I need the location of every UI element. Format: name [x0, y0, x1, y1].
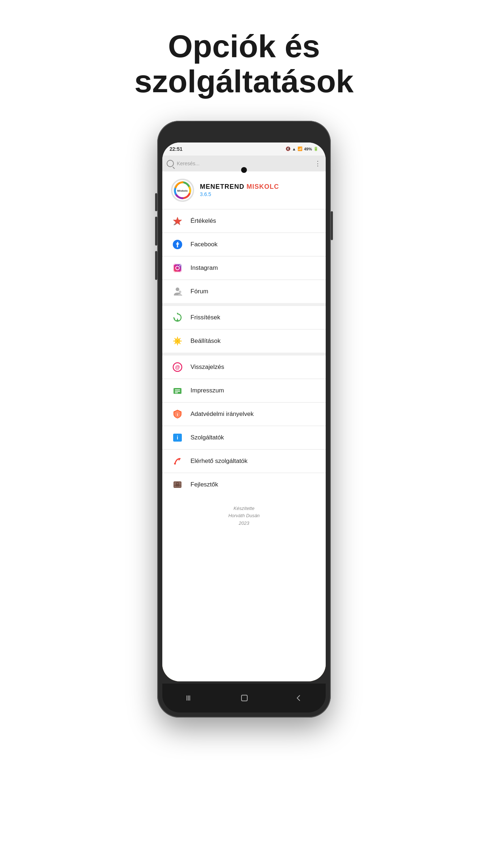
developers-icon — [171, 478, 184, 491]
menu-label-szolgaltatok: Szolgáltatók — [191, 434, 224, 441]
facebook-icon — [171, 238, 184, 251]
svg-text:i: i — [177, 435, 178, 441]
menu-item-facebook[interactable]: Facebook — [162, 233, 326, 256]
menu-item-adatvedelmi[interactable]: i Adatvédelmi irányelvek — [162, 403, 326, 426]
svg-line-24 — [180, 343, 180, 344]
phone-frame: 22:51 🔇 ▲ 📶 49% 🔋 Keresés... ⋮ — [157, 121, 331, 718]
logo-svg: Miskolc — [173, 181, 192, 200]
mute-icon: 🔇 — [286, 146, 291, 151]
status-icons: 🔇 ▲ 📶 49% 🔋 — [286, 146, 318, 151]
svg-point-37 — [174, 463, 176, 464]
svg-point-13 — [179, 290, 181, 293]
svg-text:i: i — [177, 412, 178, 417]
menu-item-visszajelzes[interactable]: @ Visszajelzés — [162, 356, 326, 379]
nav-home-icon[interactable] — [240, 694, 248, 702]
phone-mockup: 22:51 🔇 ▲ 📶 49% 🔋 Keresés... ⋮ — [157, 121, 331, 718]
svg-point-18 — [176, 340, 179, 342]
side-button-right — [331, 211, 333, 240]
menu-item-szolgaltatok[interactable]: i Szolgáltatók — [162, 426, 326, 449]
app-name-text: MENETREND MISKOLC — [200, 183, 279, 191]
svg-rect-7 — [173, 264, 182, 272]
menu-label-fejlesztok: Fejlesztők — [191, 481, 218, 488]
svg-point-10 — [179, 265, 180, 266]
nav-menu-icon[interactable] — [185, 694, 194, 702]
app-header: Miskolc MENETREND MISKOLC 3.6.5 — [162, 171, 326, 209]
menu-item-instagram[interactable]: Instagram — [162, 256, 326, 280]
battery-icon: 🔋 — [313, 146, 318, 151]
menu-label-elerheto: Elérhető szolgáltatók — [191, 458, 248, 465]
privacy-icon: i — [171, 408, 184, 421]
menu-item-impresszum[interactable]: Impresszum — [162, 379, 326, 402]
refresh-icon — [171, 311, 184, 324]
menu-label-forum: Fórum — [191, 288, 208, 295]
menu-item-ertekeles[interactable]: Értékelés — [162, 209, 326, 233]
menu-card: Miskolc MENETREND MISKOLC 3.6.5 — [162, 171, 326, 681]
menu-item-beallitasok[interactable]: Beállítások — [162, 329, 326, 353]
impressum-icon — [171, 384, 184, 397]
svg-rect-45 — [241, 695, 247, 701]
section-divider-2 — [162, 353, 326, 356]
menu-item-elerheto[interactable]: Elérhető szolgáltatók — [162, 450, 326, 473]
svg-line-26 — [175, 343, 176, 344]
star-icon — [171, 214, 184, 227]
app-logo: Miskolc — [171, 179, 194, 202]
signal-icon: 📶 — [297, 146, 303, 151]
nav-back-icon[interactable] — [295, 694, 303, 702]
menu-item-frissitesek[interactable]: Frissítések — [162, 306, 326, 329]
footer-text: Készítette Horváth Dusán 2023 — [168, 505, 320, 527]
menu-label-frissitesek: Frissítések — [191, 314, 220, 321]
status-bar: 22:51 🔇 ▲ 📶 49% 🔋 — [162, 142, 326, 156]
svg-line-25 — [180, 338, 180, 339]
svg-rect-43 — [188, 695, 189, 701]
app-name: MENETREND MISKOLC 3.6.5 — [200, 183, 279, 197]
wifi-icon: ▲ — [292, 147, 296, 151]
forum-icon — [171, 285, 184, 298]
svg-text:Miskolc: Miskolc — [177, 189, 188, 192]
app-version: 3.6.5 — [200, 191, 279, 197]
page-title: Opciók és szolgáltatások — [106, 29, 382, 99]
menu-label-facebook: Facebook — [191, 241, 218, 248]
menu-footer: Készítette Horváth Dusán 2023 — [162, 496, 326, 536]
search-icon — [167, 160, 174, 167]
volume-up-button — [155, 217, 157, 246]
section-divider-1 — [162, 303, 326, 306]
camera — [241, 167, 247, 173]
search-input[interactable]: Keresés... — [177, 161, 312, 166]
providers-icon: i — [171, 431, 184, 444]
menu-label-instagram: Instagram — [191, 264, 218, 272]
menu-item-fejlesztok[interactable]: Fejlesztők — [162, 473, 326, 496]
phone-screen: 22:51 🔇 ▲ 📶 49% 🔋 Keresés... ⋮ — [162, 142, 326, 681]
svg-rect-44 — [189, 695, 190, 701]
volume-down-button — [155, 251, 157, 280]
power-button — [155, 193, 157, 211]
svg-marker-2 — [173, 217, 182, 225]
menu-item-forum[interactable]: Fórum — [162, 280, 326, 303]
svg-point-12 — [176, 288, 179, 291]
menu-label-visszajelzes: Visszajelzés — [191, 363, 224, 371]
available-icon — [171, 455, 184, 468]
settings-icon — [171, 335, 184, 348]
menu-label-impresszum: Impresszum — [191, 387, 224, 394]
svg-rect-42 — [187, 695, 187, 701]
instagram-icon — [171, 261, 184, 275]
navigation-bar — [162, 684, 326, 712]
battery-text: 49% — [304, 147, 312, 151]
svg-line-23 — [175, 338, 176, 339]
menu-label-beallitasok: Beállítások — [191, 337, 221, 345]
feedback-icon: @ — [171, 361, 184, 374]
menu-label-ertekeles: Értékelés — [191, 217, 216, 225]
more-options-icon[interactable]: ⋮ — [314, 159, 321, 167]
menu-label-adatvedelmi: Adatvédelmi irányelvek — [191, 410, 254, 418]
status-time: 22:51 — [170, 146, 183, 152]
svg-text:@: @ — [175, 364, 180, 370]
